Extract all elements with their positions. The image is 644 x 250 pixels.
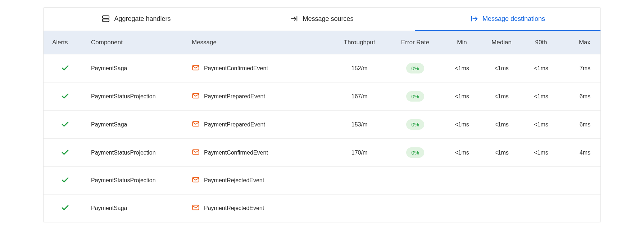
error-rate-cell bbox=[388, 167, 442, 195]
arrow-in-icon bbox=[290, 15, 298, 23]
tab-label: Aggregate handlers bbox=[114, 15, 171, 23]
error-rate-badge: 0% bbox=[406, 119, 424, 130]
col-header-message[interactable]: Message bbox=[187, 31, 331, 54]
median-cell: <1ms bbox=[482, 54, 521, 82]
min-cell: <1ms bbox=[442, 54, 482, 82]
metrics-table: Alerts Component Message Throughput Erro… bbox=[44, 31, 600, 222]
max-cell bbox=[561, 167, 600, 195]
median-cell bbox=[482, 195, 521, 222]
col-header-throughput[interactable]: Throughput bbox=[331, 31, 388, 54]
mail-icon bbox=[192, 92, 200, 101]
table-row[interactable]: PaymentStatusProjectionPaymentRejectedEv… bbox=[44, 167, 600, 195]
table-row[interactable]: PaymentSagaPaymentRejectedEvent bbox=[44, 195, 600, 222]
median-cell: <1ms bbox=[482, 111, 521, 139]
p90-cell: <1ms bbox=[521, 139, 561, 167]
throughput-cell bbox=[331, 195, 388, 222]
throughput-cell: 152/m bbox=[331, 54, 388, 82]
tab-bar: Aggregate handlers Message sources Messa… bbox=[44, 8, 600, 31]
mail-icon bbox=[192, 176, 200, 185]
table-row[interactable]: PaymentSagaPaymentPreparedEvent153/m0%<1… bbox=[44, 111, 600, 139]
col-header-max[interactable]: Max bbox=[561, 31, 600, 54]
min-cell: <1ms bbox=[442, 82, 482, 111]
error-rate-cell: 0% bbox=[388, 139, 442, 167]
tab-message-sources[interactable]: Message sources bbox=[229, 8, 415, 31]
error-rate-cell bbox=[388, 195, 442, 222]
mail-icon bbox=[192, 204, 200, 213]
check-icon bbox=[61, 179, 69, 185]
table-row[interactable]: PaymentStatusProjectionPaymentConfirmedE… bbox=[44, 139, 600, 167]
max-cell: 7ms bbox=[561, 54, 600, 82]
error-rate-cell: 0% bbox=[388, 54, 442, 82]
error-rate-badge: 0% bbox=[406, 91, 424, 102]
max-cell: 6ms bbox=[561, 82, 600, 111]
max-cell: 6ms bbox=[561, 111, 600, 139]
component-cell: PaymentStatusProjection bbox=[87, 139, 187, 167]
tab-label: Message destinations bbox=[482, 15, 545, 23]
table-row[interactable]: PaymentSagaPaymentConfirmedEvent152/m0%<… bbox=[44, 54, 600, 82]
component-cell: PaymentSaga bbox=[87, 54, 187, 82]
p90-cell: <1ms bbox=[521, 111, 561, 139]
throughput-cell: 153/m bbox=[331, 111, 388, 139]
tab-message-destinations[interactable]: Message destinations bbox=[415, 8, 600, 31]
min-cell: <1ms bbox=[442, 139, 482, 167]
svg-point-2 bbox=[104, 17, 104, 18]
mail-icon bbox=[192, 64, 200, 73]
max-cell bbox=[561, 195, 600, 222]
median-cell: <1ms bbox=[482, 139, 521, 167]
check-icon bbox=[61, 67, 69, 73]
check-icon bbox=[61, 123, 69, 129]
table-header-row: Alerts Component Message Throughput Erro… bbox=[44, 31, 600, 54]
col-header-alerts[interactable]: Alerts bbox=[44, 31, 87, 54]
error-rate-cell: 0% bbox=[388, 111, 442, 139]
message-destinations-panel: Aggregate handlers Message sources Messa… bbox=[43, 7, 601, 222]
tab-aggregate-handlers[interactable]: Aggregate handlers bbox=[44, 8, 229, 31]
table-row[interactable]: PaymentStatusProjectionPaymentPreparedEv… bbox=[44, 82, 600, 111]
message-name: PaymentRejectedEvent bbox=[204, 177, 264, 184]
server-icon bbox=[102, 15, 110, 23]
p90-cell bbox=[521, 167, 561, 195]
col-header-component[interactable]: Component bbox=[87, 31, 187, 54]
check-icon bbox=[61, 151, 69, 157]
svg-rect-1 bbox=[103, 19, 109, 22]
svg-rect-0 bbox=[103, 16, 109, 18]
min-cell bbox=[442, 195, 482, 222]
error-rate-badge: 0% bbox=[406, 147, 424, 158]
component-cell: PaymentSaga bbox=[87, 195, 187, 222]
message-name: PaymentPreparedEvent bbox=[204, 93, 265, 100]
error-rate-cell: 0% bbox=[388, 82, 442, 111]
median-cell: <1ms bbox=[482, 82, 521, 111]
arrow-out-icon bbox=[470, 15, 478, 23]
throughput-cell: 170/m bbox=[331, 139, 388, 167]
throughput-cell: 167/m bbox=[331, 82, 388, 111]
message-name: PaymentRejectedEvent bbox=[204, 205, 264, 211]
message-name: PaymentConfirmedEvent bbox=[204, 149, 268, 156]
min-cell bbox=[442, 167, 482, 195]
tab-label: Message sources bbox=[303, 15, 353, 23]
col-header-90th[interactable]: 90th bbox=[521, 31, 561, 54]
col-header-error-rate[interactable]: Error Rate bbox=[388, 31, 442, 54]
check-icon bbox=[61, 95, 69, 101]
component-cell: PaymentStatusProjection bbox=[87, 167, 187, 195]
mail-icon bbox=[192, 120, 200, 129]
p90-cell bbox=[521, 195, 561, 222]
col-header-min[interactable]: Min bbox=[442, 31, 482, 54]
p90-cell: <1ms bbox=[521, 82, 561, 111]
median-cell bbox=[482, 167, 521, 195]
svg-point-3 bbox=[104, 20, 104, 21]
message-name: PaymentPreparedEvent bbox=[204, 121, 265, 128]
message-name: PaymentConfirmedEvent bbox=[204, 65, 268, 72]
col-header-median[interactable]: Median bbox=[482, 31, 521, 54]
min-cell: <1ms bbox=[442, 111, 482, 139]
p90-cell: <1ms bbox=[521, 54, 561, 82]
error-rate-badge: 0% bbox=[406, 63, 424, 73]
mail-icon bbox=[192, 148, 200, 157]
check-icon bbox=[61, 207, 69, 213]
throughput-cell bbox=[331, 167, 388, 195]
max-cell: 4ms bbox=[561, 139, 600, 167]
component-cell: PaymentSaga bbox=[87, 111, 187, 139]
component-cell: PaymentStatusProjection bbox=[87, 82, 187, 111]
